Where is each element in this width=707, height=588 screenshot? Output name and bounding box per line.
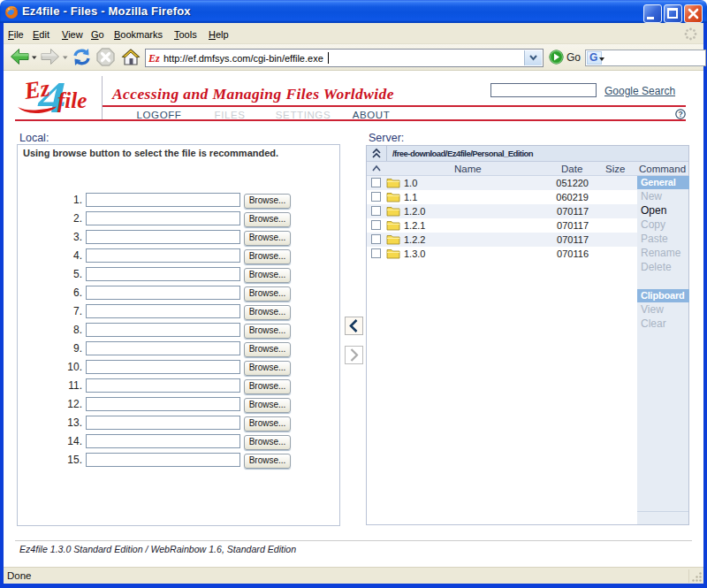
- svg-text:?: ?: [678, 110, 682, 118]
- svg-text:file: file: [57, 88, 87, 112]
- svg-text:Ez: Ez: [22, 74, 52, 104]
